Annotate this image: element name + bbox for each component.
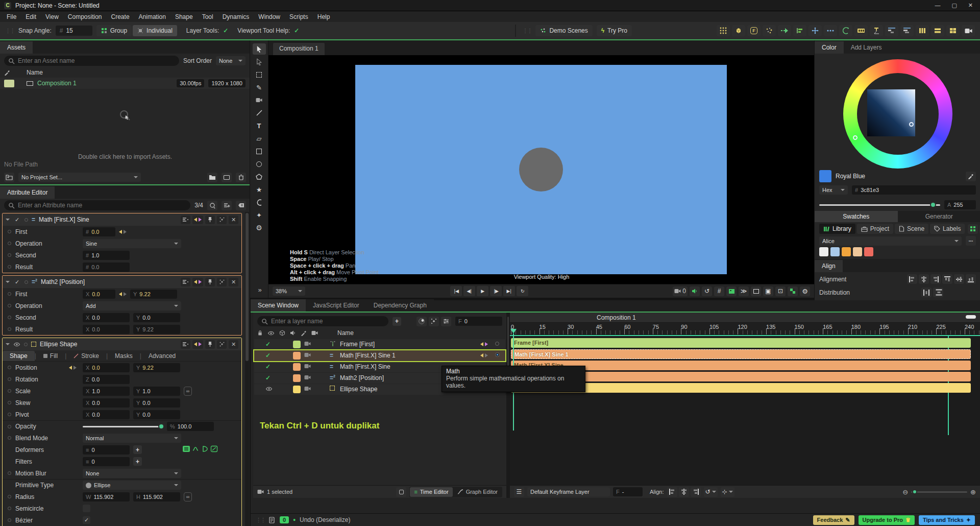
new-window-button[interactable]: [222, 173, 232, 182]
toolbar-layer-stagger2-button[interactable]: [900, 25, 914, 36]
result-field[interactable]: #0.0: [83, 262, 130, 272]
resolution-button[interactable]: [726, 286, 737, 296]
menu-create[interactable]: Create: [107, 12, 134, 21]
transparency-checker-button[interactable]: [788, 286, 798, 296]
attribute-dot[interactable]: [8, 518, 11, 522]
link-icon[interactable]: ∞: [184, 387, 192, 396]
frame-button[interactable]: [751, 286, 761, 296]
alpha-input[interactable]: A255: [944, 200, 976, 209]
select-children-button[interactable]: [217, 340, 227, 349]
maximize-button[interactable]: ▢: [951, 2, 957, 9]
solo-toggle-button[interactable]: [396, 487, 406, 497]
attribute-dot[interactable]: [8, 242, 11, 245]
eyedropper-icon[interactable]: [4, 69, 10, 76]
zoom-out-icon[interactable]: ⊖: [902, 488, 908, 496]
pivot-field[interactable]: Y0.0: [133, 410, 180, 419]
radius-field[interactable]: H115.902: [133, 492, 180, 501]
layer-camera-toggle[interactable]: [304, 364, 311, 369]
tool-rectangle[interactable]: [253, 146, 266, 157]
menu-scripts[interactable]: Scripts: [285, 12, 313, 21]
toolbar-scatter-button[interactable]: [763, 25, 776, 36]
toolbar-cross-handles-button[interactable]: [808, 25, 822, 36]
eye-column-icon[interactable]: [267, 330, 275, 337]
toolbar-grid-blocks-button[interactable]: [946, 25, 960, 36]
attribute-dot[interactable]: [8, 366, 11, 369]
tab-color[interactable]: Color: [815, 41, 844, 54]
distribute-horizontal-button[interactable]: [921, 288, 932, 297]
keyframe-arrows[interactable]: [119, 292, 127, 296]
import-dropzone[interactable]: Double click here to import Assets.: [0, 107, 250, 163]
blend-mode-select[interactable]: Normal: [83, 434, 181, 443]
tool-pen[interactable]: ✎: [253, 82, 266, 93]
tab-fill[interactable]: Fill: [36, 351, 65, 361]
keyframe-layer-select[interactable]: Default Keyframe Layer: [527, 487, 610, 496]
tool-arc[interactable]: [253, 197, 266, 208]
open-folder-button[interactable]: [207, 173, 217, 182]
attribute-dot[interactable]: [8, 413, 11, 416]
tool-gear[interactable]: ⚙: [253, 222, 266, 233]
close-button[interactable]: ✕: [229, 278, 238, 286]
tools-expand-button[interactable]: »: [251, 286, 268, 294]
layers-button[interactable]: ▣: [763, 286, 773, 296]
project-set-select[interactable]: No Project Set...: [18, 173, 141, 182]
attribute-scrollbar[interactable]: [245, 212, 249, 526]
grid-view-button[interactable]: [968, 224, 978, 234]
second-field[interactable]: #1.0: [83, 251, 130, 260]
hierarchy-button[interactable]: [181, 278, 190, 286]
duplicate-button[interactable]: ⊡: [775, 286, 786, 296]
skip-start-button[interactable]: ∣◀: [450, 286, 462, 296]
toolbar-frame-f-button[interactable]: F: [747, 25, 761, 36]
layer-radio[interactable]: [495, 342, 499, 346]
menu-composition[interactable]: Composition: [63, 12, 107, 21]
second-field[interactable]: X0.0: [83, 313, 130, 322]
distribute-vertical-button[interactable]: [933, 288, 943, 297]
layer-tools-check-icon[interactable]: ✓: [223, 27, 228, 34]
tool-camera[interactable]: [253, 94, 266, 106]
layer-enabled-check-icon[interactable]: ✓: [265, 374, 271, 381]
viewport-canvas[interactable]: Hold S Direct Layer SelectionSpace Play/…: [268, 55, 814, 284]
filter-circle-button[interactable]: [416, 317, 427, 326]
layer-radio[interactable]: [496, 353, 499, 356]
library-tab-project[interactable]: Project: [857, 224, 893, 234]
timeline-scroll-handle[interactable]: [966, 315, 976, 319]
layer-row-frame-first[interactable]: ✓Frame [First]: [254, 339, 505, 350]
loop-button[interactable]: ↻: [517, 286, 528, 296]
keyframe-nav-button[interactable]: [192, 278, 203, 286]
align-middle-button[interactable]: [954, 274, 964, 284]
first-field[interactable]: Y9.22: [130, 290, 177, 299]
tool-parallelogram[interactable]: ▱: [253, 133, 266, 144]
step-back-button[interactable]: ◀∣: [463, 286, 475, 296]
layer-color-swatch[interactable]: [293, 352, 301, 360]
pin-button[interactable]: [205, 340, 215, 349]
tool-pentagon[interactable]: [253, 171, 266, 182]
deform-d-button[interactable]: [201, 445, 209, 454]
attribute-dot[interactable]: [8, 495, 11, 498]
tab-assets[interactable]: Assets: [0, 41, 33, 54]
grid-button[interactable]: #: [714, 286, 724, 296]
feedback-button[interactable]: Feedback✎: [813, 515, 854, 525]
snap-angle-input[interactable]: # 15: [56, 26, 92, 36]
delete-button[interactable]: [236, 173, 246, 182]
layer-keyframe-arrows[interactable]: [480, 353, 488, 357]
operation-select[interactable]: Sine: [83, 239, 181, 248]
layer-search-input[interactable]: Enter a layer name: [257, 316, 388, 326]
hue-picker-handle[interactable]: [853, 135, 857, 140]
semicircle-checkbox[interactable]: [83, 505, 90, 512]
motion-blur-select[interactable]: None: [83, 469, 181, 478]
menu-edit[interactable]: Edit: [21, 12, 41, 21]
toolbar-dot-grid-button[interactable]: [717, 25, 730, 36]
menu-tool[interactable]: Tool: [198, 12, 218, 21]
skew-field[interactable]: Y0.0: [133, 398, 180, 408]
position-field[interactable]: X0.0: [83, 363, 130, 372]
attribute-search-input[interactable]: Enter an Attribute name: [4, 200, 190, 210]
speaker-column-icon[interactable]: [290, 330, 296, 336]
opacity-slider[interactable]: [83, 426, 163, 427]
sort-order-select[interactable]: None: [216, 56, 246, 65]
b-zier-checkbox[interactable]: ✓: [83, 516, 90, 524]
menu-shape[interactable]: Shape: [170, 12, 198, 21]
attribute-dot[interactable]: [8, 292, 11, 296]
toolbar-pen-tool-button[interactable]: [870, 25, 883, 36]
visibility-eye-icon[interactable]: [13, 341, 20, 348]
kf-align-right-button[interactable]: [691, 487, 701, 497]
menu-help[interactable]: Help: [313, 12, 335, 21]
